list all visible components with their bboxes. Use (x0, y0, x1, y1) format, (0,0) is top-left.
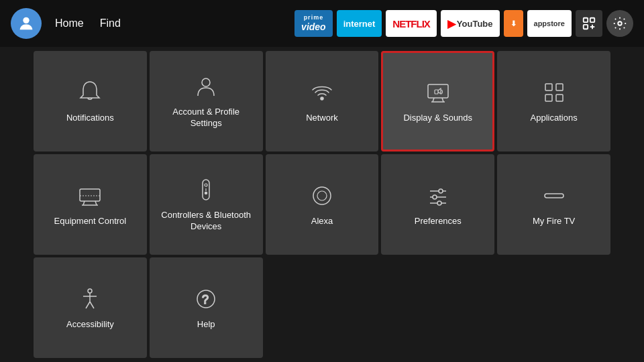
accessibility-icon (76, 286, 103, 312)
controllers-bluetooth-label: Controllers & Bluetooth Devices (158, 210, 255, 233)
grid-item-controllers-bluetooth[interactable]: Controllers & Bluetooth Devices (150, 154, 263, 255)
settings-button[interactable] (606, 10, 633, 37)
svg-point-0 (23, 17, 29, 23)
firetv-icon (541, 182, 568, 209)
grid-item-equipment-control[interactable]: Equipment Control (34, 154, 147, 255)
settings-icon (612, 16, 627, 31)
svg-point-7 (202, 78, 210, 86)
grid-item-help[interactable]: ? Help (150, 257, 263, 358)
svg-point-36 (88, 289, 92, 293)
svg-rect-17 (556, 95, 563, 101)
header: Home Find prime video internet NETFLIX ▶… (0, 0, 644, 47)
user-icon (17, 14, 36, 33)
svg-point-28 (317, 191, 327, 200)
svg-rect-1 (584, 18, 588, 22)
grid-item-my-fire-tv[interactable]: My Fire TV (497, 154, 610, 255)
notifications-label: Notifications (66, 113, 114, 124)
nav-home[interactable]: Home (55, 17, 84, 29)
grid-item-applications[interactable]: Applications (497, 51, 610, 152)
svg-point-34 (437, 201, 441, 205)
equipment-control-label: Equipment Control (54, 216, 127, 227)
app-icons-bar: prime video internet NETFLIX ▶ YouTube ⬇… (294, 10, 633, 37)
svg-line-40 (90, 302, 94, 308)
accessibility-label: Accessibility (66, 319, 114, 330)
sliders-icon (425, 182, 451, 209)
grid-item-notifications[interactable]: Notifications (34, 51, 147, 152)
svg-rect-3 (584, 25, 588, 29)
svg-point-24 (205, 184, 207, 186)
person-icon (193, 73, 219, 100)
svg-text:?: ? (202, 293, 209, 306)
svg-rect-13 (435, 90, 438, 94)
grid-icon (582, 16, 596, 31)
svg-line-19 (83, 201, 85, 205)
tv-icon (76, 182, 103, 209)
display-sounds-label: Display & Sounds (403, 113, 472, 124)
my-fire-tv-label: My Fire TV (533, 216, 575, 227)
grid-item-network[interactable]: Network (266, 51, 379, 152)
svg-line-39 (86, 302, 90, 308)
main-nav: Home Find (55, 17, 121, 29)
grid-button[interactable] (576, 10, 602, 37)
grid-item-account-profile[interactable]: Account & Profile Settings (150, 51, 263, 152)
svg-line-10 (433, 98, 434, 102)
help-label: Help (197, 319, 215, 330)
alexa-icon (309, 182, 335, 209)
svg-line-11 (442, 98, 443, 102)
network-label: Network (306, 113, 338, 124)
remote-icon (193, 176, 219, 203)
svg-rect-16 (545, 95, 552, 101)
app-downloader[interactable]: ⬇ (504, 10, 523, 37)
svg-line-20 (95, 201, 97, 205)
svg-point-27 (313, 187, 331, 204)
display-icon (425, 79, 451, 106)
app-netflix[interactable]: NETFLIX (386, 10, 437, 37)
svg-rect-2 (590, 18, 594, 22)
svg-rect-15 (556, 84, 563, 90)
svg-point-30 (439, 189, 443, 193)
app-internet[interactable]: internet (337, 10, 382, 37)
wifi-icon (309, 79, 335, 106)
svg-point-6 (618, 21, 622, 25)
preferences-label: Preferences (415, 216, 462, 227)
avatar[interactable] (11, 8, 42, 39)
alexa-label: Alexa (311, 216, 333, 227)
app-youtube[interactable]: ▶ YouTube (441, 10, 500, 37)
svg-point-26 (205, 192, 207, 194)
youtube-icon: ▶ (447, 17, 455, 30)
grid-item-alexa[interactable]: Alexa (266, 154, 379, 255)
bell-icon (76, 79, 103, 106)
svg-rect-18 (80, 189, 100, 201)
grid-item-accessibility[interactable]: Accessibility (34, 257, 147, 358)
grid-item-display-sounds[interactable]: Display & Sounds (381, 51, 494, 152)
svg-rect-35 (545, 194, 564, 198)
svg-point-8 (321, 97, 323, 100)
apps-icon (541, 79, 568, 106)
nav-find[interactable]: Find (100, 17, 121, 29)
help-icon: ? (193, 286, 219, 312)
grid-item-preferences[interactable]: Preferences (381, 154, 494, 255)
account-label: Account & Profile Settings (158, 107, 255, 129)
svg-rect-14 (545, 84, 552, 90)
app-appstore[interactable]: appstore (527, 10, 572, 37)
app-prime-video[interactable]: prime video (294, 10, 333, 37)
settings-grid: Notifications Account & Profile Settings… (0, 47, 644, 362)
svg-point-32 (433, 195, 437, 199)
applications-label: Applications (531, 113, 578, 124)
